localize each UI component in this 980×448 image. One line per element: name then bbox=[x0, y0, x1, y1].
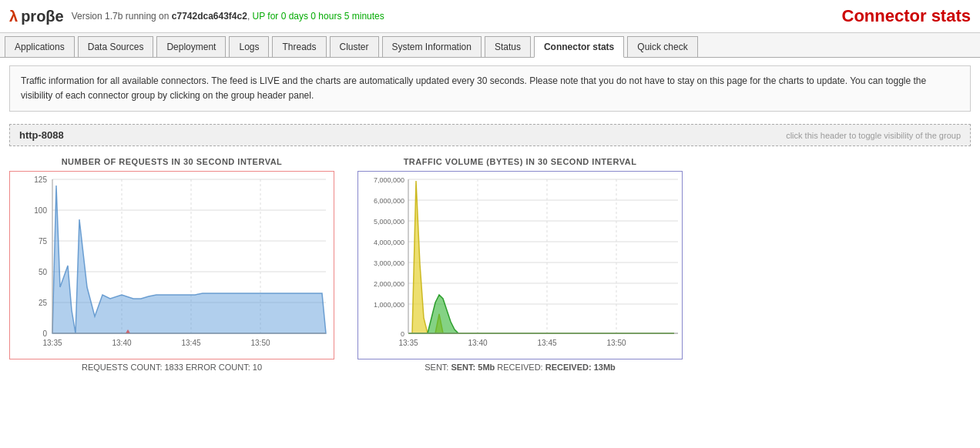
traffic-chart-container: TRAFFIC VOLUME (BYTES) IN 30 SECOND INTE… bbox=[357, 157, 683, 372]
svg-text:13:35: 13:35 bbox=[398, 339, 418, 347]
tab-quick-check[interactable]: Quick check bbox=[627, 36, 697, 57]
svg-marker-19 bbox=[52, 186, 326, 333]
logo: λproβe bbox=[9, 8, 64, 25]
tab-applications[interactable]: Applications bbox=[5, 36, 75, 57]
svg-text:75: 75 bbox=[39, 237, 48, 246]
traffic-chart-stats: SENT: SENT: 5Mb RECEIVED: RECEIVED: 13Mb bbox=[425, 363, 616, 372]
svg-text:25: 25 bbox=[39, 299, 48, 307]
connector-hint: click this header to toggle visibility o… bbox=[786, 131, 961, 140]
charts-area: NUMBER OF REQUESTS IN 30 SECOND INTERVAL… bbox=[9, 157, 971, 372]
svg-marker-47 bbox=[408, 295, 674, 333]
uptime-text: UP for 0 days 0 hours 5 minutes bbox=[253, 11, 384, 22]
svg-text:5,000,000: 5,000,000 bbox=[374, 218, 404, 226]
traffic-chart-title: TRAFFIC VOLUME (BYTES) IN 30 SECOND INTE… bbox=[404, 157, 637, 166]
svg-text:13:35: 13:35 bbox=[42, 339, 62, 347]
svg-text:0: 0 bbox=[401, 330, 404, 338]
svg-text:0: 0 bbox=[42, 329, 47, 338]
connector-group-header[interactable]: http-8088 click this header to toggle vi… bbox=[9, 124, 971, 146]
received-value: RECEIVED: 13Mb bbox=[545, 363, 616, 372]
requests-chart-title: NUMBER OF REQUESTS IN 30 SECOND INTERVAL bbox=[62, 157, 283, 166]
tab-connector-stats[interactable]: Connector stats bbox=[534, 36, 624, 58]
nav-bar: Applications Data Sources Deployment Log… bbox=[0, 33, 980, 58]
svg-text:13:45: 13:45 bbox=[537, 339, 556, 347]
traffic-chart-box: 7,000,000 6,000,000 5,000,000 4,000,000 … bbox=[357, 171, 683, 359]
info-box: Traffic information for all available co… bbox=[9, 65, 971, 112]
host-id: c7742dca643f4c2 bbox=[172, 11, 247, 22]
version-text: Version 1.7b running on bbox=[72, 11, 169, 22]
svg-text:6,000,000: 6,000,000 bbox=[374, 197, 404, 205]
svg-text:13:40: 13:40 bbox=[468, 339, 487, 347]
svg-text:7,000,000: 7,000,000 bbox=[374, 176, 404, 184]
svg-marker-46 bbox=[408, 181, 674, 333]
main-content: Traffic information for all available co… bbox=[0, 58, 980, 379]
requests-chart-container: NUMBER OF REQUESTS IN 30 SECOND INTERVAL… bbox=[9, 157, 334, 372]
svg-text:13:50: 13:50 bbox=[250, 339, 270, 347]
svg-text:3,000,000: 3,000,000 bbox=[374, 259, 404, 267]
info-text: Traffic information for all available co… bbox=[21, 75, 926, 101]
requests-chart-box: 125 100 75 50 25 0 13:35 13:40 13:45 13:… bbox=[9, 171, 334, 359]
svg-text:50: 50 bbox=[39, 268, 48, 276]
page-title: Connector stats bbox=[842, 6, 971, 26]
requests-chart-stats: REQUESTS COUNT: 1833 ERROR COUNT: 10 bbox=[82, 363, 262, 372]
tab-deployment[interactable]: Deployment bbox=[156, 36, 226, 57]
traffic-chart-svg: 7,000,000 6,000,000 5,000,000 4,000,000 … bbox=[358, 172, 682, 356]
sent-label: SENT: bbox=[425, 363, 451, 372]
received-label: RECEIVED: bbox=[497, 363, 545, 372]
svg-text:125: 125 bbox=[34, 176, 47, 184]
tab-system-information[interactable]: System Information bbox=[382, 36, 482, 57]
svg-text:13:50: 13:50 bbox=[606, 339, 626, 347]
version-info: Version 1.7b running on c7742dca643f4c2,… bbox=[72, 11, 384, 22]
svg-text:13:45: 13:45 bbox=[181, 339, 200, 347]
requests-chart-svg: 125 100 75 50 25 0 13:35 13:40 13:45 13:… bbox=[10, 172, 334, 356]
svg-text:2,000,000: 2,000,000 bbox=[374, 280, 404, 288]
svg-text:1,000,000: 1,000,000 bbox=[374, 301, 404, 309]
connector-name: http-8088 bbox=[19, 129, 64, 141]
logo-probe: proβe bbox=[21, 8, 64, 25]
tab-threads[interactable]: Threads bbox=[272, 36, 326, 57]
svg-text:100: 100 bbox=[34, 206, 47, 215]
logo-lambda: λ bbox=[9, 8, 18, 25]
tab-logs[interactable]: Logs bbox=[229, 36, 269, 57]
sent-value: SENT: 5Mb bbox=[451, 363, 495, 372]
svg-text:4,000,000: 4,000,000 bbox=[374, 239, 404, 246]
app-header: λproβe Version 1.7b running on c7742dca6… bbox=[0, 0, 980, 33]
tab-cluster[interactable]: Cluster bbox=[330, 36, 379, 57]
svg-text:13:40: 13:40 bbox=[112, 339, 131, 347]
tab-status[interactable]: Status bbox=[485, 36, 531, 57]
tab-data-sources[interactable]: Data Sources bbox=[78, 36, 154, 57]
